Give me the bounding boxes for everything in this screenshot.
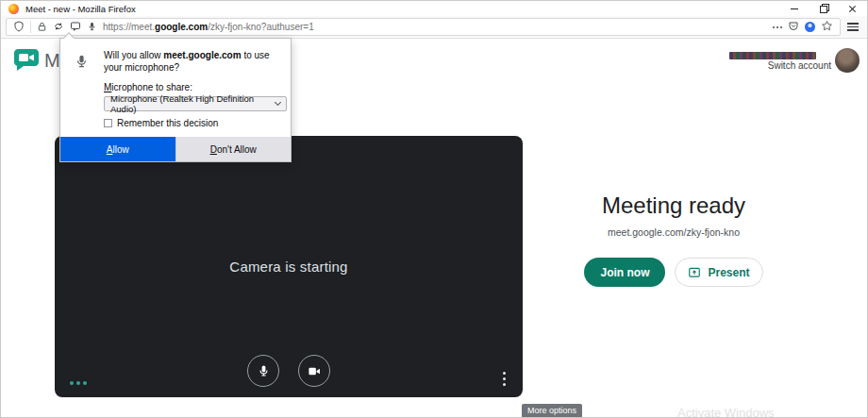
menu-icon[interactable] — [847, 23, 859, 31]
camera-status-text: Camera is starting — [55, 259, 523, 275]
urlbar-divider — [30, 21, 31, 33]
title-bar: Meet - new - Mozilla Firefox — [1, 1, 867, 16]
avatar[interactable] — [835, 48, 860, 73]
permission-dialog: Will you allow meet.google.com to use yo… — [59, 38, 292, 162]
window-title: Meet - new - Mozilla Firefox — [25, 4, 136, 14]
present-label: Present — [708, 266, 749, 279]
meeting-link: meet.google.com/zky-fjon-kno — [565, 226, 782, 238]
bookmark-star-icon[interactable] — [821, 19, 833, 36]
microphone-icon — [74, 51, 90, 75]
firefox-logo-icon — [8, 4, 19, 14]
permission-question: Will you allow meet.google.com to use yo… — [104, 49, 287, 74]
close-button[interactable] — [838, 1, 867, 16]
close-icon — [848, 5, 857, 13]
meet-logo-icon — [13, 47, 40, 75]
microphone-select[interactable]: Microphone (Realtek High Definition Audi… — [104, 96, 287, 111]
lock-icon[interactable] — [37, 19, 47, 36]
dont-allow-button[interactable]: Don't Allow — [175, 137, 292, 161]
remember-checkbox[interactable] — [104, 119, 112, 127]
restore-icon — [820, 6, 826, 12]
minimize-icon — [791, 8, 798, 9]
meeting-ready-title: Meeting ready — [565, 192, 782, 219]
camera-preview: Camera is starting — [55, 136, 523, 397]
mic-toggle-button[interactable] — [247, 355, 279, 387]
allow-button[interactable]: Allow — [60, 137, 175, 161]
more-options-kebab-icon[interactable] — [503, 372, 506, 386]
page-actions-icon[interactable] — [773, 26, 782, 28]
camera-toggle-button[interactable] — [298, 355, 330, 387]
url-bar[interactable]: https://meet.google.com/zky-fjon-kno?aut… — [6, 18, 841, 36]
profile-icon[interactable] — [805, 22, 815, 32]
microphone-permission-icon[interactable] — [87, 19, 97, 36]
notification-permission-icon[interactable] — [70, 19, 81, 36]
user-email-redacted — [729, 52, 816, 59]
join-now-button[interactable]: Join now — [584, 258, 665, 287]
microphone-share-label: Microphone to share: — [104, 82, 279, 92]
pocket-icon[interactable] — [788, 19, 799, 36]
navigation-bar: https://meet.google.com/zky-fjon-kno?aut… — [1, 16, 867, 39]
url-text: https://meet.google.com/zky-fjon-kno?aut… — [103, 22, 767, 32]
loading-dots-icon — [70, 381, 87, 385]
switch-account-link[interactable]: Switch account — [703, 60, 831, 71]
present-icon — [688, 266, 701, 279]
autoplay-permission-icon[interactable] — [53, 19, 64, 36]
minimize-button[interactable] — [779, 1, 809, 16]
videocam-icon — [307, 364, 322, 378]
restore-button[interactable] — [809, 1, 838, 16]
remember-label: Remember this decision — [117, 118, 218, 128]
meeting-ready-panel: Meeting ready meet.google.com/zky-fjon-k… — [565, 192, 782, 287]
microphone-select-value: Microphone (Realtek High Definition Audi… — [110, 93, 275, 114]
activate-windows-watermark: Activate Windows — [677, 406, 775, 418]
tracking-protection-shield-icon[interactable] — [13, 19, 25, 36]
mic-icon — [257, 363, 271, 378]
present-button[interactable]: Present — [675, 258, 762, 287]
more-options-tooltip: More options — [522, 404, 582, 418]
firefox-window: Meet - new - Mozilla Firefox — [0, 0, 868, 418]
